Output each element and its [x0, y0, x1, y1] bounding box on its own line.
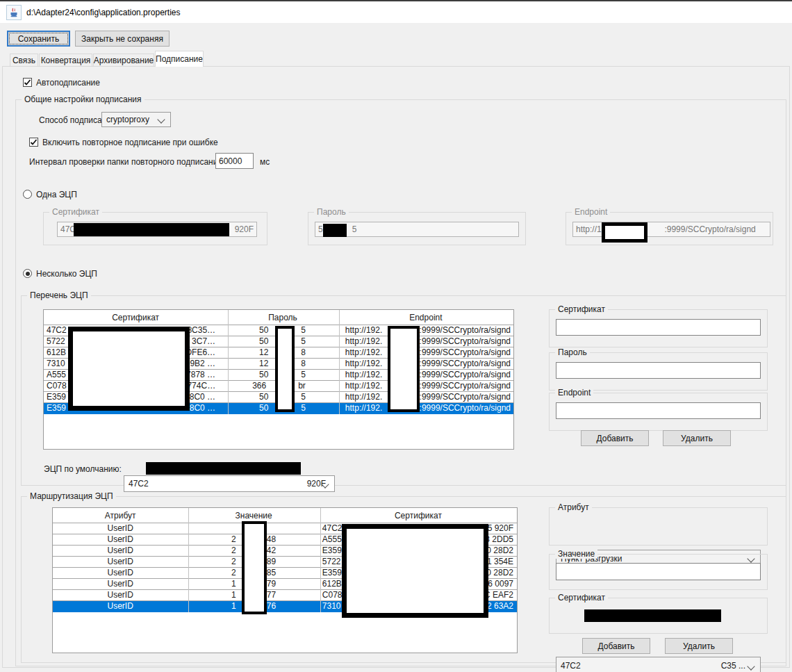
ecp-add-label: Добавить: [596, 434, 633, 443]
single-cert-group-title: Сертификат: [49, 207, 102, 217]
column-divider: [320, 508, 321, 612]
new-password-input[interactable]: [556, 362, 761, 379]
close-button-label: Закрыть не сохраняя: [81, 34, 163, 44]
interval-input[interactable]: 60000: [215, 153, 254, 169]
redaction-box: [68, 327, 190, 411]
routing-table-header: Атрибут Значение Сертификат: [53, 508, 517, 523]
tab-arhivirovanie[interactable]: Архивирование: [93, 54, 154, 66]
autosign-checkbox[interactable]: [23, 78, 32, 87]
ecp-table-header: Сертификат Пароль Endpoint: [44, 310, 513, 325]
new-endpoint-group-title: Endpoint: [555, 388, 593, 398]
new-cert-group-title: Сертификат: [555, 304, 608, 314]
chevron-down-icon: [747, 662, 754, 670]
routing-remove-button[interactable]: Удалить: [665, 638, 733, 654]
redaction-box: [584, 609, 721, 622]
routing-cert-combobox[interactable]: 47C2 C35 ...: [556, 657, 761, 672]
default-ecp-combobox[interactable]: 47C2 920F: [124, 475, 335, 492]
redaction-box: [146, 462, 301, 475]
routing-value-group-title: Значение: [555, 549, 597, 559]
single-password-group-title: Пароль: [314, 207, 349, 217]
single-endpoint-group-title: Endpoint: [572, 207, 610, 217]
window-title: d:\Adapter24\config\application.properti…: [26, 8, 180, 17]
col-header-cert2[interactable]: Сертификат: [320, 508, 517, 523]
general-settings-group-title: Общие настройки подписания: [22, 95, 145, 104]
col-header-value[interactable]: Значение: [188, 508, 319, 523]
routing-add-label: Добавить: [597, 641, 634, 651]
tab-svyaz[interactable]: Связь: [10, 54, 38, 66]
col-header-attr[interactable]: Атрибут: [53, 508, 188, 523]
routing-cert-suffix: C35 ...: [721, 661, 745, 671]
retry-sign-label: Включить повторное подписание при ошибке: [42, 138, 218, 147]
col-header-password[interactable]: Пароль: [227, 310, 338, 325]
tab-podpisanie-label: Подписание: [156, 54, 203, 64]
multi-ecp-radio[interactable]: [23, 269, 32, 278]
tab-podpisanie[interactable]: Подписание: [155, 51, 204, 67]
ecp-list-group-title: Перечень ЭЦП: [27, 290, 91, 300]
column-divider: [228, 310, 229, 414]
default-ecp-label: ЭЦП по умолчанию:: [44, 464, 122, 474]
interval-label: Интервал проверки папки повторного подпи…: [29, 157, 224, 167]
new-cert-input[interactable]: [556, 319, 761, 336]
tab-konvertaciya[interactable]: Конвертация: [39, 54, 92, 66]
retry-sign-checkbox[interactable]: [29, 138, 38, 147]
single-password-prefix: 5: [318, 224, 323, 234]
redaction-box: [342, 524, 488, 618]
redaction-box: [242, 521, 267, 614]
interval-value: 60000: [219, 156, 242, 166]
ecp-add-button[interactable]: Добавить: [581, 430, 649, 446]
routing-value-input[interactable]: [556, 563, 761, 580]
single-cert-suffix: 920F: [235, 224, 254, 234]
tab-svyaz-label: Связь: [13, 56, 35, 65]
java-app-icon: [6, 5, 22, 20]
interval-unit-label: мс: [260, 157, 270, 167]
routing-remove-label: Удалить: [683, 641, 715, 651]
routing-add-button[interactable]: Добавить: [582, 638, 650, 654]
multi-ecp-label: Несколько ЭЦП: [36, 269, 97, 279]
ecp-remove-label: Удалить: [681, 434, 713, 443]
redaction-box: [323, 224, 347, 237]
redaction-box: [602, 222, 647, 243]
default-ecp-prefix: 47C2: [129, 479, 149, 489]
sign-method-value: cryptoproxy: [106, 115, 149, 124]
chevron-down-icon: [157, 115, 165, 123]
redaction-box: [388, 326, 420, 412]
close-without-saving-button[interactable]: Закрыть не сохраняя: [75, 31, 170, 47]
single-ecp-radio[interactable]: [23, 190, 32, 199]
ecp-remove-button[interactable]: Удалить: [663, 430, 731, 446]
single-ecp-label: Одна ЭЦП: [36, 190, 77, 199]
tab-konvertaciya-label: Конвертация: [41, 56, 91, 65]
redaction-box: [275, 326, 295, 412]
routing-cert-group-title: Сертификат: [555, 593, 608, 603]
single-endpoint-suffix: :9999/SCCrypto/ra/signd: [664, 224, 755, 234]
col-header-endpoint[interactable]: Endpoint: [338, 310, 513, 325]
save-button[interactable]: Сохранить: [7, 31, 70, 47]
routing-attr-group: Атрибут: [549, 507, 768, 546]
title-bar[interactable]: d:\Adapter24\config\application.properti…: [0, 1, 792, 23]
new-endpoint-input[interactable]: [556, 402, 761, 419]
single-password-suffix: 5: [352, 224, 357, 234]
autosign-label: Автоподписание: [36, 78, 100, 88]
routing-attr-group-title: Атрибут: [555, 502, 592, 512]
redaction-box: [74, 223, 229, 236]
save-button-label: Сохранить: [18, 34, 60, 44]
sign-method-combobox[interactable]: cryptoproxy: [101, 112, 171, 127]
application-window: d:\Adapter24\config\application.properti…: [0, 0, 792, 672]
routing-group-title: Маршрутизация ЭЦП: [27, 491, 116, 501]
col-header-cert[interactable]: Сертификат: [44, 310, 227, 325]
column-divider: [188, 508, 189, 612]
column-divider: [339, 310, 340, 414]
new-password-group-title: Пароль: [555, 347, 590, 357]
tab-arhivirovanie-label: Архивирование: [94, 56, 154, 65]
routing-cert-prefix: 47C2: [561, 661, 581, 671]
